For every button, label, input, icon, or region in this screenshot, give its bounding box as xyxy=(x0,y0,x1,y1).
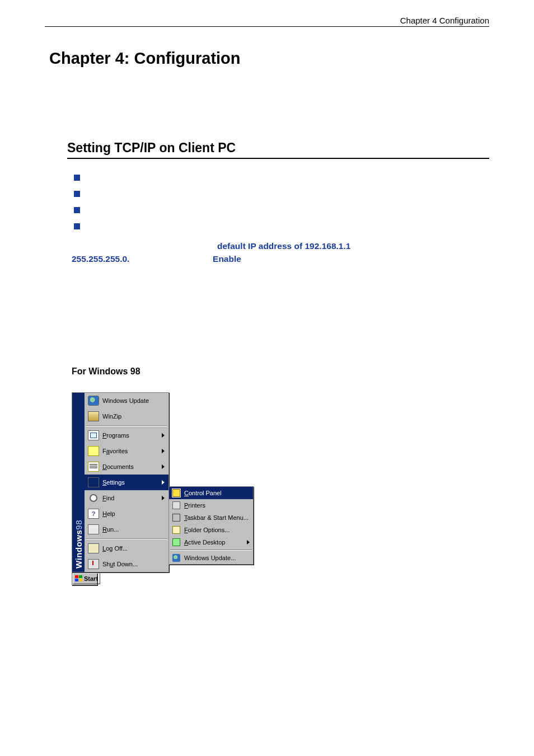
page-header: Chapter 4 Configuration xyxy=(45,16,489,27)
find-icon xyxy=(87,492,100,504)
menu-item-log-off[interactable]: Log Off... xyxy=(85,541,168,556)
menu-item-settings[interactable]: Settings xyxy=(85,475,168,490)
menu-item-windows-update[interactable]: Windows Update xyxy=(85,393,168,408)
submenu-item-label: Control Panel xyxy=(184,490,222,496)
banner-text-windows: Windows xyxy=(74,529,83,568)
highlight-text: default IP address of 192.168.1.1 255.25… xyxy=(72,240,489,266)
logoff-icon xyxy=(87,542,100,555)
chevron-right-icon xyxy=(247,540,250,544)
menu-item-label: Find xyxy=(102,495,162,501)
section-title: Setting TCP/IP on Client PC xyxy=(67,140,489,159)
menu-item-label: Programs xyxy=(102,432,162,439)
page: Chapter 4 Configuration Chapter 4: Confi… xyxy=(0,0,534,608)
header-right-text: Chapter 4 Configuration xyxy=(400,16,489,25)
chevron-right-icon xyxy=(162,480,165,485)
start-menu: Windows98 Windows UpdateWinZipProgramsFa… xyxy=(72,392,169,572)
menu-item-label: Settings xyxy=(102,479,162,486)
windows-update-icon xyxy=(171,553,181,562)
programs-icon xyxy=(87,429,100,442)
chevron-right-icon xyxy=(162,464,165,469)
run-icon xyxy=(87,523,100,536)
bullet-icon xyxy=(74,207,80,213)
submenu-item-printers[interactable]: Printers xyxy=(169,499,253,511)
chapter-title: Chapter 4: Configuration xyxy=(49,49,489,68)
subnet-mask-text: 255.255.255.0. xyxy=(72,254,129,264)
submenu-item-folder-options[interactable]: Folder Options... xyxy=(169,524,253,536)
active-desktop-icon xyxy=(171,538,181,547)
chevron-right-icon xyxy=(162,496,165,500)
menu-item-documents[interactable]: Documents xyxy=(85,459,168,475)
menu-item-shut-down[interactable]: Shut Down... xyxy=(85,556,168,572)
menu-separator xyxy=(86,538,167,539)
settings-icon xyxy=(87,476,100,489)
menu-separator xyxy=(170,550,252,551)
submenu-item-label: Windows Update... xyxy=(184,555,236,561)
menu-item-label: Documents xyxy=(102,463,162,470)
start-menu-screenshot: Windows98 Windows UpdateWinZipProgramsFa… xyxy=(72,392,255,585)
menu-item-favorites[interactable]: Favorites xyxy=(85,443,168,459)
start-menu-side-banner: Windows98 xyxy=(72,393,85,572)
submenu-item-label: Folder Options... xyxy=(184,527,229,533)
menu-item-run[interactable]: Run... xyxy=(85,522,168,537)
menu-item-label: WinZip xyxy=(102,413,166,420)
sub-heading: For Windows 98 xyxy=(72,367,489,377)
default-ip-text: default IP address of 192.168.1.1 xyxy=(217,241,350,251)
start-button[interactable]: Start xyxy=(73,573,100,584)
printers-icon xyxy=(171,501,181,510)
menu-item-label: Help xyxy=(102,510,166,517)
start-button-label: Start xyxy=(84,575,98,582)
documents-icon xyxy=(87,461,100,473)
menu-item-help[interactable]: Help xyxy=(85,506,168,522)
bullet-icon xyxy=(74,223,80,229)
menu-item-winzip[interactable]: WinZip xyxy=(85,408,168,424)
menu-item-find[interactable]: Find xyxy=(85,490,168,506)
menu-item-label: Run... xyxy=(102,526,166,533)
submenu-item-windows-update[interactable]: Windows Update... xyxy=(169,552,253,564)
taskbar-icon xyxy=(171,513,181,522)
submenu-item-label: Active Desktop xyxy=(184,539,225,546)
menu-separator xyxy=(86,425,167,426)
menu-item-label: Shut Down... xyxy=(102,561,166,567)
chevron-right-icon xyxy=(162,433,165,438)
folder-options-icon xyxy=(171,525,181,534)
menu-item-label: Favorites xyxy=(102,448,162,454)
submenu-item-taskbar-start-menu[interactable]: Taskbar & Start Menu... xyxy=(169,511,253,524)
favorites-icon xyxy=(87,445,100,457)
help-icon xyxy=(87,508,100,520)
shutdown-icon xyxy=(87,558,100,570)
taskbar: Start xyxy=(72,572,97,585)
menu-item-label: Windows Update xyxy=(102,397,166,404)
globe-icon xyxy=(87,395,100,407)
submenu-item-active-desktop[interactable]: Active Desktop xyxy=(169,536,253,548)
menu-item-programs[interactable]: Programs xyxy=(85,428,168,443)
banner-text-98: 98 xyxy=(74,520,83,530)
submenu-item-control-panel[interactable]: Control Panel xyxy=(169,487,253,499)
submenu-item-label: Printers xyxy=(184,502,205,509)
submenu-item-label: Taskbar & Start Menu... xyxy=(184,514,249,521)
menu-item-label: Log Off... xyxy=(102,545,166,552)
bullet-list xyxy=(74,175,489,229)
windows-flag-icon xyxy=(75,575,83,582)
bullet-icon xyxy=(74,175,80,181)
enable-text: Enable xyxy=(213,254,241,264)
bullet-icon xyxy=(74,191,80,197)
control-panel-icon xyxy=(171,489,181,497)
zip-icon xyxy=(87,410,100,422)
settings-submenu: Control PanelPrintersTaskbar & Start Men… xyxy=(168,486,254,565)
chevron-right-icon xyxy=(162,449,165,453)
